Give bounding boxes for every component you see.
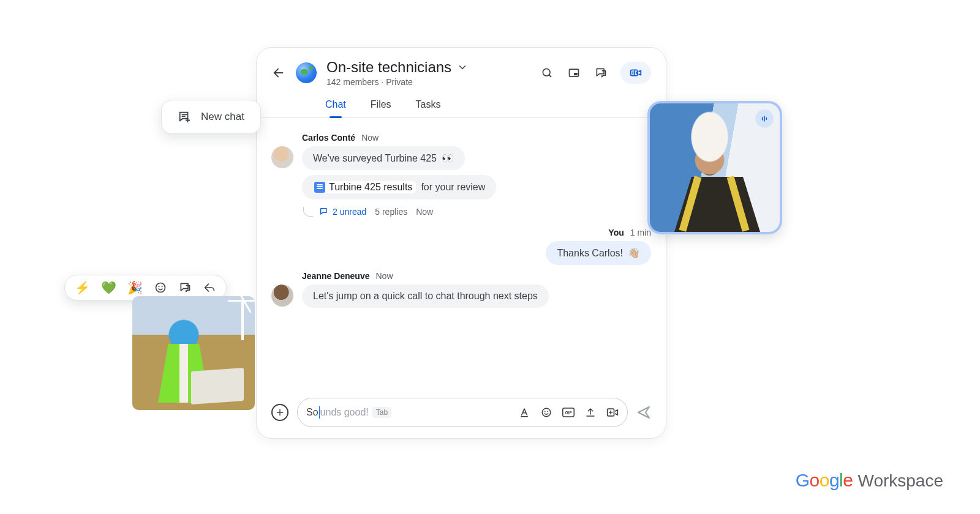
reply-arrow-icon <box>203 281 216 294</box>
tab-files[interactable]: Files <box>371 99 391 117</box>
message-you: You 1 min Thanks Carlos! 👋🏼 <box>271 228 651 265</box>
upload-button[interactable] <box>584 406 597 419</box>
thread-panel-button[interactable] <box>594 65 608 80</box>
author-carlos: Carlos Conté <box>302 133 355 143</box>
header-actions <box>540 62 651 84</box>
format-text-button[interactable] <box>518 406 530 419</box>
text-cursor-icon <box>319 406 320 419</box>
doc-name: Turbine 425 results <box>329 182 412 193</box>
thread-outline-icon <box>179 281 191 294</box>
reaction-bolt[interactable]: ⚡ <box>75 280 90 295</box>
create-meeting-button[interactable] <box>606 406 619 419</box>
huddle-speaking-badge <box>755 110 774 128</box>
pip-icon <box>568 67 580 79</box>
svg-rect-2 <box>574 73 578 75</box>
bubble-carlos-1[interactable]: We've surveyed Turbine 425 👀 <box>302 146 465 170</box>
reaction-reply-in-thread[interactable] <box>178 281 192 294</box>
composer-row: So unds good! Tab GIF <box>271 398 651 427</box>
space-title-column: On-site technicians 142 members · Privat… <box>326 59 530 87</box>
bubble-carlos-doc[interactable]: Turbine 425 results for your review <box>302 175 496 199</box>
bubble-carlos-1-text: We've surveyed Turbine 425 <box>313 153 437 164</box>
compose-text: So unds good! Tab <box>306 406 391 419</box>
svg-text:GIF: GIF <box>565 411 572 415</box>
space-subtitle: 142 members · Private <box>326 77 530 87</box>
gif-button[interactable]: GIF <box>562 406 575 419</box>
tab-chat[interactable]: Chat <box>325 99 346 117</box>
huddle-icon <box>629 66 643 80</box>
plus-icon <box>276 408 284 417</box>
bubble-jeanne[interactable]: Let's jump on a quick call to chat throu… <box>302 285 549 308</box>
thread-icon <box>595 67 607 79</box>
video-plus-icon <box>606 407 619 418</box>
upload-icon <box>585 407 596 418</box>
doc-trail-text: for your review <box>421 182 485 193</box>
send-button[interactable] <box>636 405 651 420</box>
time-jeanne: Now <box>376 271 393 281</box>
space-tabs: Chat Files Tasks <box>257 91 666 118</box>
doc-chip[interactable]: Turbine 425 results <box>313 181 416 193</box>
svg-point-11 <box>159 286 160 287</box>
author-jeanne: Jeanne Deneuve <box>302 271 370 281</box>
message-input[interactable]: So unds good! Tab GIF <box>297 398 628 427</box>
time-you: 1 min <box>630 228 651 237</box>
thread-reply-icon <box>319 207 329 217</box>
start-huddle-button[interactable] <box>620 62 651 84</box>
bubble-you-text: Thanks Carlos! <box>557 248 623 259</box>
smile-icon <box>541 407 552 418</box>
illustration-technician-laptop <box>132 296 255 410</box>
new-chat-button[interactable]: New chat <box>161 100 261 134</box>
avatar-jeanne[interactable] <box>271 285 293 307</box>
add-button[interactable] <box>271 404 288 421</box>
tab-tasks[interactable]: Tasks <box>416 99 441 117</box>
thread-connector-icon <box>303 207 313 217</box>
thread-time: Now <box>416 207 433 217</box>
svg-point-10 <box>156 283 165 292</box>
svg-point-4 <box>542 408 551 417</box>
back-button[interactable] <box>271 65 286 80</box>
thread-summary[interactable]: 2 unread 5 replies Now <box>303 207 651 217</box>
svg-point-12 <box>162 286 163 287</box>
google-doc-icon <box>314 182 325 193</box>
search-icon <box>541 67 553 79</box>
gif-icon: GIF <box>562 407 575 418</box>
tab-hint: Tab <box>372 407 391 418</box>
message-carlos: Carlos Conté Now We've surveyed Turbine … <box>271 133 651 199</box>
huddle-participant-tile[interactable] <box>647 101 782 234</box>
thread-unread[interactable]: 2 unread <box>319 207 366 217</box>
svg-point-5 <box>545 411 546 412</box>
space-avatar-earth-icon <box>296 62 317 83</box>
time-carlos: Now <box>361 133 379 143</box>
chat-window: On-site technicians 142 members · Privat… <box>256 47 666 439</box>
bubble-you[interactable]: Thanks Carlos! 👋🏼 <box>546 241 651 265</box>
emoji-button[interactable] <box>540 406 552 419</box>
compose-suggestion: unds good! <box>320 407 369 418</box>
reaction-reply[interactable] <box>203 281 216 294</box>
google-workspace-logo: Google Workspace <box>796 470 943 491</box>
send-icon <box>636 405 651 420</box>
message-jeanne: Jeanne Deneuve Now Let's jump on a quick… <box>271 271 651 308</box>
author-you: You <box>608 228 624 237</box>
text-format-icon <box>519 407 530 418</box>
space-title-row[interactable]: On-site technicians <box>326 59 530 76</box>
new-chat-label: New chat <box>201 111 244 123</box>
message-list: Carlos Conté Now We've surveyed Turbine … <box>257 118 666 308</box>
thread-unread-text: 2 unread <box>333 207 366 217</box>
google-wordmark: Google <box>796 470 853 491</box>
workspace-wordmark: Workspace <box>858 471 943 491</box>
chat-header: On-site technicians 142 members · Privat… <box>257 48 666 91</box>
bubble-jeanne-text: Let's jump on a quick call to chat throu… <box>313 291 538 302</box>
audio-bars-icon <box>760 114 769 124</box>
thread-replies: 5 replies <box>375 207 407 217</box>
reaction-confetti[interactable]: 🎉 <box>127 280 143 295</box>
reaction-heart[interactable]: 💚 <box>101 280 116 295</box>
picture-in-picture-button[interactable] <box>567 65 581 80</box>
wave-emoji-icon: 👋🏼 <box>628 247 640 259</box>
eyes-emoji-icon: 👀 <box>442 152 454 164</box>
new-chat-icon <box>178 110 191 124</box>
compose-typed: So <box>306 407 318 418</box>
chevron-down-icon <box>456 61 469 73</box>
reaction-emoji-picker[interactable] <box>154 281 167 294</box>
compose-toolbar: GIF <box>518 406 619 419</box>
avatar-carlos[interactable] <box>271 146 293 168</box>
search-button[interactable] <box>540 65 554 80</box>
